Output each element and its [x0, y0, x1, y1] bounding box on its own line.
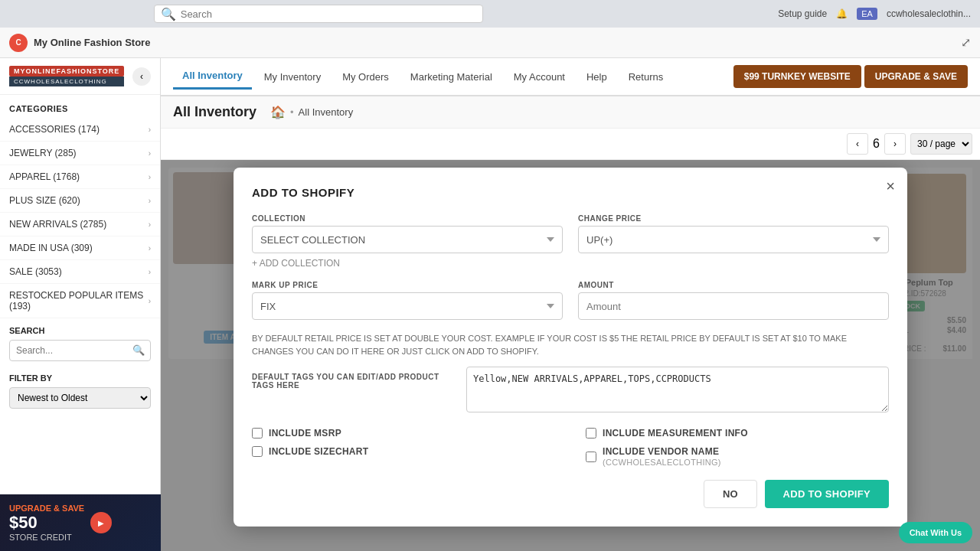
- search-section-title: SEARCH: [9, 326, 151, 335]
- breadcrumb-current: All Inventory: [299, 106, 354, 118]
- nav-my-inventory[interactable]: My Inventory: [255, 65, 330, 89]
- nav-marketing[interactable]: Marketing Material: [401, 65, 501, 89]
- include-measurement-checkbox[interactable]: INCLUDE MEASUREMENT INFO: [586, 428, 889, 439]
- app-header: C My Online Fashion Store ⤢: [0, 28, 980, 58]
- per-page-select[interactable]: 30 / page 60 / page 90 / page: [910, 133, 972, 155]
- sidebar-item-label: NEW ARRIVALS (2785): [9, 219, 106, 230]
- vendor-label: INCLUDE VENDOR NAME (CCWHOLESALECLOTHING…: [603, 446, 721, 468]
- turnkey-button[interactable]: $99 TURNKEY WEBSITE: [733, 65, 861, 88]
- sidebar-item-accessories[interactable]: ACCESSORIES (174) ›: [0, 118, 160, 142]
- amount-input[interactable]: [578, 292, 889, 320]
- sidebar-search-input[interactable]: [9, 340, 151, 361]
- chevron-right-icon: ›: [149, 220, 151, 229]
- checkboxes-row: INCLUDE MSRP INCLUDE SIZECHART INCLUDE M…: [252, 428, 889, 468]
- include-msrp-checkbox[interactable]: INCLUDE MSRP: [252, 428, 555, 439]
- add-collection-link[interactable]: + ADD COLLECTION: [252, 258, 563, 269]
- filter-section: FILTER BY Newest to Oldest Oldest to New…: [0, 369, 160, 413]
- notification-icon[interactable]: 🔔: [836, 8, 848, 19]
- tags-row: DEFAULT TAGS YOU CAN EDIT/ADD PRODUCT TA…: [252, 367, 889, 416]
- upgrade-text: UPGRADE & SAVE: [9, 504, 84, 513]
- upgrade-save-button[interactable]: UPGRADE & SAVE: [864, 65, 968, 88]
- expand-icon[interactable]: ⤢: [961, 35, 971, 50]
- msrp-input[interactable]: [252, 428, 263, 439]
- measurement-label: INCLUDE MEASUREMENT INFO: [603, 428, 748, 439]
- sidebar-item-new-arrivals[interactable]: NEW ARRIVALS (2785) ›: [0, 213, 160, 236]
- add-to-shopify-button[interactable]: ADD TO SHOPIFY: [765, 480, 889, 508]
- modal-row-2: MARK UP PRICE FIX PERCENT AMOUNT: [252, 281, 889, 320]
- tags-textarea[interactable]: Yellow,NEW ARRIVALS,APPAREL,TOPS,CCPRODU…: [466, 367, 889, 412]
- nav-returns[interactable]: Returns: [619, 65, 673, 89]
- nav-help[interactable]: Help: [577, 65, 616, 89]
- sidebar-item-made-in-usa[interactable]: MADE IN USA (309) ›: [0, 236, 160, 260]
- amount-label: AMOUNT: [578, 281, 889, 289]
- browser-search-input[interactable]: [181, 8, 476, 20]
- sidebar-item-jewelry[interactable]: JEWELRY (285) ›: [0, 142, 160, 165]
- grid-area: ITEM ADDED ITEM ADDED ITEM ADDED ITEM AD…: [161, 160, 980, 551]
- change-price-select[interactable]: UP(+) DOWN(-) NONE: [578, 226, 889, 253]
- amount-col: AMOUNT: [578, 281, 889, 320]
- sidebar-item-sale[interactable]: SALE (3053) ›: [0, 260, 160, 284]
- play-button[interactable]: ▶: [90, 512, 112, 533]
- modal-overlay[interactable]: ADD TO SHOPIFY × COLLECTION SELECT COLLE…: [161, 160, 980, 551]
- sidebar-search-icon: 🔍: [132, 344, 145, 356]
- markup-label: MARK UP PRICE: [252, 281, 563, 289]
- prev-page-button[interactable]: ‹: [847, 133, 868, 155]
- categories-title: CATEGORIES: [0, 95, 160, 118]
- collection-col: COLLECTION SELECT COLLECTION + ADD COLLE…: [252, 214, 563, 269]
- modal-close-button[interactable]: ×: [886, 178, 895, 194]
- pagination-bar: ‹ 6 › 30 / page 60 / page 90 / page: [161, 129, 980, 160]
- checkbox-col-left: INCLUDE MSRP INCLUDE SIZECHART: [252, 428, 555, 468]
- vendor-input[interactable]: [586, 452, 596, 462]
- sizechart-label: INCLUDE SIZECHART: [269, 446, 368, 457]
- breadcrumb: All Inventory 🏠 • All Inventory: [161, 96, 980, 129]
- filter-title: FILTER BY: [9, 373, 151, 383]
- next-page-button[interactable]: ›: [884, 133, 906, 155]
- page-title: All Inventory: [173, 104, 256, 120]
- main-content: All Inventory My Inventory My Orders Mar…: [161, 58, 980, 551]
- measurement-input[interactable]: [586, 428, 596, 439]
- back-button[interactable]: ‹: [132, 67, 151, 86]
- nav-my-account[interactable]: My Account: [505, 65, 574, 89]
- collection-select[interactable]: SELECT COLLECTION: [252, 226, 563, 253]
- sidebar: MYONLINEFASHIONSTORE CCWHOLESALECLOTHING…: [0, 58, 161, 551]
- change-price-label: CHANGE PRICE: [578, 214, 889, 223]
- user-avatar[interactable]: EA: [857, 8, 877, 20]
- chevron-right-icon: ›: [149, 244, 151, 253]
- add-to-shopify-modal: ADD TO SHOPIFY × COLLECTION SELECT COLLE…: [234, 168, 907, 527]
- modal-row-1: COLLECTION SELECT COLLECTION + ADD COLLE…: [252, 214, 889, 269]
- store-subdomain: ccwholesaleclothin...: [887, 8, 971, 19]
- sidebar-logo-top: MYONLINEFASHIONSTORE: [9, 66, 124, 77]
- sidebar-item-label: MADE IN USA (309): [9, 243, 93, 253]
- filter-select[interactable]: Newest to Oldest Oldest to Newest Price:…: [9, 387, 151, 409]
- include-vendor-checkbox[interactable]: INCLUDE VENDOR NAME (CCWHOLESALECLOTHING…: [586, 446, 889, 468]
- price-hint: BY DEFAULT RETAIL PRICE IS SET AT DOUBLE…: [252, 332, 889, 357]
- nav-my-orders[interactable]: My Orders: [333, 65, 398, 89]
- sidebar-item-plus-size[interactable]: PLUS SIZE (620) ›: [0, 189, 160, 213]
- sidebar-item-apparel[interactable]: APPAREL (1768) ›: [0, 165, 160, 189]
- home-icon[interactable]: 🏠: [270, 105, 286, 119]
- sidebar-item-label: RESTOCKED POPULAR ITEMS (193): [9, 290, 149, 311]
- breadcrumb-separator: •: [290, 106, 294, 118]
- store-name: My Online Fashion Store: [34, 37, 150, 48]
- banner-credit: STORE CREDIT: [9, 533, 84, 542]
- markup-select[interactable]: FIX PERCENT: [252, 292, 563, 320]
- sidebar-item-label: APPAREL (1768): [9, 171, 80, 182]
- chevron-right-icon: ›: [149, 173, 151, 181]
- nav-all-inventory[interactable]: All Inventory: [173, 64, 252, 90]
- no-button[interactable]: NO: [704, 480, 757, 508]
- chat-with-us-button[interactable]: Chat With Us: [899, 522, 972, 543]
- browser-search[interactable]: 🔍: [154, 5, 483, 23]
- nav-bar: All Inventory My Inventory My Orders Mar…: [161, 58, 980, 96]
- upgrade-banner[interactable]: UPGRADE & SAVE $50 STORE CREDIT ▶: [0, 494, 161, 551]
- vendor-sub: (CCWHOLESALECLOTHING): [603, 458, 721, 467]
- sidebar-item-restocked[interactable]: RESTOCKED POPULAR ITEMS (193) ›: [0, 284, 160, 318]
- sizechart-input[interactable]: [252, 446, 263, 457]
- setup-guide-link[interactable]: Setup guide: [778, 8, 827, 19]
- search-section: SEARCH 🔍: [0, 318, 160, 369]
- sidebar-logo-bottom: CCWHOLESALECLOTHING: [9, 77, 124, 86]
- include-sizechart-checkbox[interactable]: INCLUDE SIZECHART: [252, 446, 555, 457]
- search-icon: 🔍: [161, 7, 176, 21]
- browser-bar: 🔍 Setup guide 🔔 EA ccwholesaleclothin...: [0, 0, 980, 28]
- sidebar-item-label: ACCESSORIES (174): [9, 124, 100, 135]
- sidebar-item-label: SALE (3053): [9, 266, 62, 277]
